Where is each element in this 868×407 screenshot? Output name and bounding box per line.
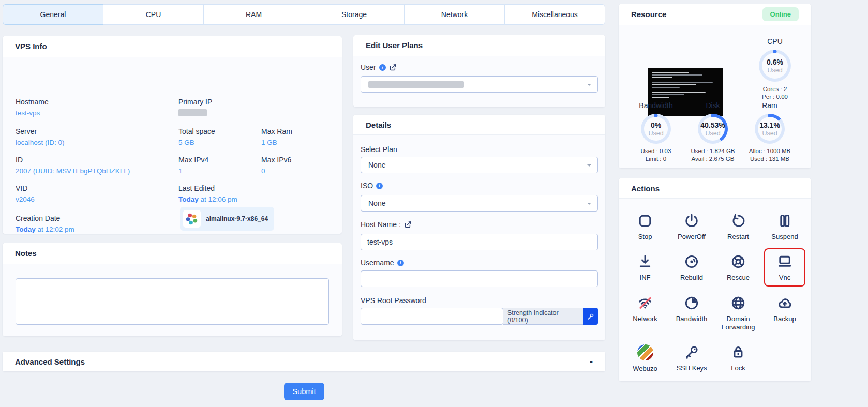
- host-name-input[interactable]: [361, 234, 598, 250]
- tab-ram[interactable]: RAM: [203, 4, 304, 25]
- server-value[interactable]: localhost (ID: 0): [16, 138, 65, 147]
- max-ram-value[interactable]: 1 GB: [261, 138, 277, 147]
- action-network[interactable]: Network: [624, 290, 666, 336]
- info-icon[interactable]: i: [376, 183, 383, 189]
- max-ipv6-value[interactable]: 0: [261, 166, 265, 175]
- creation-date-value: Today at 12:02 pm: [16, 224, 74, 234]
- max-ipv4-value[interactable]: 1: [178, 166, 183, 175]
- tab-label: Network: [441, 10, 468, 19]
- id-label: ID: [16, 155, 23, 164]
- disk-gauge: 40.53% Used: [698, 114, 728, 144]
- vps-info-title: VPS Info: [15, 42, 47, 51]
- tab-cpu[interactable]: CPU: [103, 4, 204, 25]
- select-plan-label: Select Plan: [361, 145, 397, 154]
- action-suspend[interactable]: Suspend: [764, 207, 805, 245]
- key-icon: [684, 344, 699, 360]
- user-label: User i: [361, 63, 397, 71]
- info-icon[interactable]: i: [397, 260, 404, 266]
- gauge-title: Bandwidth: [629, 101, 683, 110]
- last-edited-label: Last Edited: [178, 184, 215, 193]
- actions-card: Actions Stop PowerOff Restart: [619, 178, 811, 381]
- gauge-stats: Used : 1.824 GB Avail : 2.675 GB: [686, 147, 740, 163]
- tab-label: General: [40, 10, 66, 19]
- gauge-stats: Alloc : 1000 MB Used : 131 MB: [743, 147, 797, 163]
- gauge-title: Disk: [686, 101, 740, 110]
- restart-icon: [730, 213, 746, 229]
- gauge-title: CPU: [749, 37, 801, 46]
- action-restart[interactable]: Restart: [717, 207, 759, 245]
- resource-title: Resource: [631, 10, 666, 19]
- server-label: Server: [16, 127, 37, 136]
- total-space-value[interactable]: 5 GB: [178, 138, 194, 147]
- notes-card: Notes: [3, 243, 342, 336]
- vid-label: VID: [16, 184, 27, 193]
- edit-icon[interactable]: [389, 64, 397, 71]
- action-bandwidth[interactable]: Bandwidth: [671, 290, 712, 336]
- action-stop[interactable]: Stop: [624, 207, 666, 245]
- last-edited-value: Today at 12:06 pm: [178, 194, 237, 204]
- actions-title: Actions: [631, 184, 660, 193]
- action-label: Vnc: [779, 274, 790, 282]
- action-domain-forwarding[interactable]: Domain Forwarding: [715, 290, 761, 336]
- action-label: Bandwidth: [676, 315, 708, 323]
- action-backup[interactable]: Backup: [764, 290, 805, 336]
- action-label: Rebuild: [680, 274, 703, 282]
- hostname-value[interactable]: test-vps: [16, 108, 40, 117]
- advanced-settings-bar[interactable]: Advanced Settings -: [3, 352, 605, 371]
- action-lock[interactable]: Lock: [717, 339, 759, 377]
- action-poweroff[interactable]: PowerOff: [671, 207, 712, 245]
- disc-icon: [684, 254, 699, 269]
- ram-gauge: 13.1% Used: [755, 114, 785, 144]
- edit-icon[interactable]: [404, 221, 412, 229]
- tab-label: RAM: [246, 10, 262, 19]
- resource-card: Resource Online CPU 0.6% Used: [619, 4, 811, 168]
- cpu-gauge: 0.6% Used: [759, 50, 791, 82]
- username-label: Username i: [361, 259, 404, 267]
- creation-date-label: Creation Date: [16, 214, 60, 223]
- action-label: Domain Forwarding: [717, 315, 759, 332]
- action-ssh-keys[interactable]: SSH Keys: [671, 339, 712, 377]
- submit-button[interactable]: Submit: [284, 383, 324, 400]
- action-label: INF: [640, 274, 651, 282]
- iso-dropdown[interactable]: None: [361, 195, 598, 212]
- hostname-label: Hostname: [16, 97, 49, 107]
- collapse-toggle[interactable]: -: [590, 356, 593, 367]
- action-inf[interactable]: INF: [624, 248, 666, 286]
- username-input[interactable]: [361, 270, 598, 287]
- tab-miscellaneous[interactable]: Miscellaneous: [504, 4, 605, 25]
- tab-storage[interactable]: Storage: [304, 4, 405, 25]
- iso-value: None: [368, 199, 385, 207]
- tab-general[interactable]: General: [3, 4, 103, 25]
- info-icon[interactable]: i: [379, 64, 386, 71]
- gauge-stats: Cores : 2 Per : 0.00: [749, 85, 801, 101]
- id-value[interactable]: 2007 (UUID: MSVTFbgPTQbHZKLL): [16, 166, 130, 175]
- wifi-off-icon: [637, 295, 653, 311]
- action-rescue[interactable]: Rescue: [717, 248, 759, 286]
- notes-textarea[interactable]: [16, 278, 329, 325]
- ram-gauge-block: Ram 13.1% Used Alloc : 1000 MB Used : 13…: [743, 101, 797, 163]
- vps-root-password-input[interactable]: [361, 308, 503, 325]
- details-title: Details: [366, 120, 391, 129]
- action-webuzo[interactable]: Webuzo: [624, 339, 666, 377]
- action-label: Stop: [638, 233, 652, 241]
- cpu-gauge-block: CPU 0.6% Used Cores : 2 Per : 0.00: [749, 37, 801, 101]
- tab-network[interactable]: Network: [404, 4, 505, 25]
- action-vnc[interactable]: Vnc: [764, 248, 805, 286]
- action-label: SSH Keys: [676, 364, 707, 372]
- bandwidth-gauge-block: Bandwidth 0% Used Used : 0.03 Limit : 0: [629, 101, 683, 163]
- cloud-upload-icon: [777, 295, 792, 311]
- strength-indicator: Strength Indicator (0/100): [503, 308, 583, 325]
- select-plan-dropdown[interactable]: None: [361, 157, 598, 173]
- generate-password-button[interactable]: [583, 308, 598, 325]
- download-icon: [637, 254, 653, 269]
- clock-pie-icon: [684, 295, 699, 311]
- os-template-badge[interactable]: almalinux-9.7-x86_64: [180, 207, 274, 231]
- max-ipv4-label: Max IPv4: [178, 155, 208, 164]
- vid-value[interactable]: v2046: [16, 194, 35, 204]
- edit-user-plans-body: User i: [353, 56, 605, 107]
- max-ipv6-label: Max IPv6: [261, 155, 291, 164]
- bandwidth-gauge: 0% Used: [641, 114, 671, 144]
- almalinux-logo-icon: [183, 210, 201, 228]
- action-rebuild[interactable]: Rebuild: [671, 248, 712, 286]
- user-dropdown[interactable]: [361, 76, 598, 93]
